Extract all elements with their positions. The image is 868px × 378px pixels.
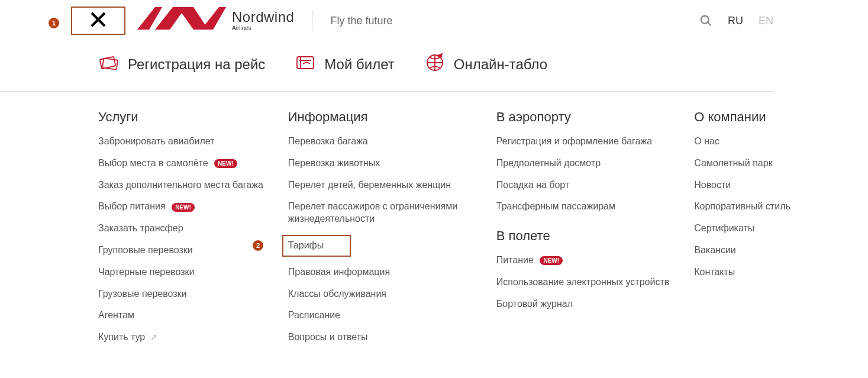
- quicklink-label: Регистрация на рейс: [128, 56, 265, 73]
- new-badge: NEW!: [214, 159, 237, 168]
- boarding-pass-icon: [98, 52, 120, 77]
- menu-item-schedule[interactable]: Расписание: [288, 309, 466, 322]
- ticket-icon: [295, 52, 316, 77]
- logo-text-main: Nordwind: [232, 10, 294, 24]
- menu-item-label: Питание: [496, 255, 534, 265]
- menu-item-classes[interactable]: Классы обслуживания: [288, 288, 466, 301]
- menu-item-certs[interactable]: Сертификаты: [694, 222, 848, 235]
- column-title: В аэропорту: [496, 109, 669, 125]
- menu-item-disabled-pax[interactable]: Перелет пассажиров с ограничениями жизне…: [288, 201, 466, 225]
- menu-item-boarding[interactable]: Посадка на борт: [496, 179, 669, 192]
- mega-menu: Услуги Забронировать авиабилет Выбор мес…: [0, 92, 868, 353]
- quicklink-checkin[interactable]: Регистрация на рейс: [98, 52, 265, 77]
- menu-item-buy-tour[interactable]: Купить тур ↗: [98, 331, 263, 344]
- menu-item-magazine[interactable]: Бортовой журнал: [496, 298, 669, 311]
- menu-item-seat-select[interactable]: Выбор места в самолёте NEW!: [98, 157, 263, 170]
- svg-line-3: [708, 22, 711, 26]
- menu-item-tariffs[interactable]: Тарифы: [282, 235, 351, 257]
- separator: [312, 10, 312, 31]
- logo-icon: [137, 6, 226, 35]
- external-link-icon: ↗: [150, 332, 157, 343]
- menu-item-extra-baggage[interactable]: Заказ дополнительного места багажа: [98, 179, 263, 192]
- column-title: Информация: [288, 109, 472, 125]
- new-badge: NEW!: [540, 256, 563, 265]
- menu-item-agents[interactable]: Агентам: [98, 309, 263, 322]
- quick-links-bar: Регистрация на рейс Мой билет Онлайн-таб…: [0, 41, 773, 92]
- menu-item-reg-baggage[interactable]: Регистрация и оформление багажа: [496, 135, 669, 148]
- menu-item-book-flight[interactable]: Забронировать авиабилет: [98, 135, 263, 148]
- menu-item-contacts[interactable]: Контакты: [694, 266, 848, 279]
- menu-item-style[interactable]: Корпоративный стиль: [694, 201, 848, 213]
- menu-item-transfer-pax[interactable]: Трансферным пассажирам: [496, 201, 669, 213]
- menu-item-label: Купить тур: [98, 332, 145, 342]
- menu-item-fleet[interactable]: Самолетный парк: [694, 157, 848, 170]
- menu-item-legal[interactable]: Правовая информация: [288, 266, 466, 279]
- logo-text-sub: Airlines: [232, 25, 294, 31]
- header: Nordwind Airlines Fly the future RU EN: [0, 0, 868, 41]
- svg-point-2: [701, 16, 709, 24]
- column-title: Услуги: [98, 109, 263, 125]
- menu-item-children[interactable]: Перелет детей, беременных женщин: [288, 179, 466, 192]
- column-information: Информация Перевозка багажа Перевозка жи…: [288, 109, 472, 353]
- menu-item-charter[interactable]: Чартерные перевозки: [98, 266, 263, 279]
- menu-item-cargo[interactable]: Грузовые перевозки: [98, 288, 263, 301]
- globe-plane-icon: [424, 52, 446, 77]
- menu-item-security[interactable]: Предполетный досмотр: [496, 157, 669, 170]
- new-badge: NEW!: [172, 203, 195, 212]
- column-services: Услуги Забронировать авиабилет Выбор мес…: [98, 109, 263, 353]
- menu-item-faq[interactable]: Вопросы и ответы: [288, 331, 466, 344]
- annotation-marker-2: 2: [253, 240, 263, 251]
- menu-item-news[interactable]: Новости: [694, 179, 848, 192]
- column-airport-inflight: В аэропорту Регистрация и оформление баг…: [496, 109, 669, 353]
- menu-item-label: Выбор питания: [98, 201, 166, 211]
- logo[interactable]: Nordwind Airlines: [137, 6, 294, 35]
- menu-item-devices[interactable]: Использование электронных устройств: [496, 276, 669, 289]
- menu-item-label: Выбор места в самолёте: [98, 158, 208, 168]
- menu-item-meal-select[interactable]: Выбор питания NEW!: [98, 201, 263, 213]
- menu-item-transfer[interactable]: Заказать трансфер: [98, 222, 263, 235]
- close-menu-button[interactable]: [71, 7, 125, 35]
- lang-en[interactable]: EN: [759, 15, 773, 27]
- column-title-inflight: В полете: [496, 228, 669, 244]
- lang-ru[interactable]: RU: [728, 15, 743, 27]
- column-company: О компании О нас Самолетный парк Новости…: [694, 109, 848, 353]
- menu-item-group[interactable]: Групповые перевозки: [98, 244, 263, 257]
- quicklink-ticket[interactable]: Мой билет: [295, 52, 394, 77]
- quicklink-label: Мой билет: [324, 56, 394, 73]
- menu-item-about[interactable]: О нас: [694, 135, 848, 148]
- close-icon: [89, 11, 107, 31]
- quicklink-label: Онлайн-табло: [454, 56, 547, 73]
- menu-item-baggage[interactable]: Перевозка багажа: [288, 135, 466, 148]
- tagline: Fly the future: [330, 15, 392, 27]
- menu-item-animals[interactable]: Перевозка животных: [288, 157, 466, 170]
- column-title: О компании: [694, 109, 848, 125]
- menu-item-inflight-food[interactable]: Питание NEW!: [496, 254, 669, 267]
- menu-item-jobs[interactable]: Вакансии: [694, 244, 848, 257]
- search-icon[interactable]: [699, 14, 712, 27]
- quicklink-board[interactable]: Онлайн-табло: [424, 52, 547, 77]
